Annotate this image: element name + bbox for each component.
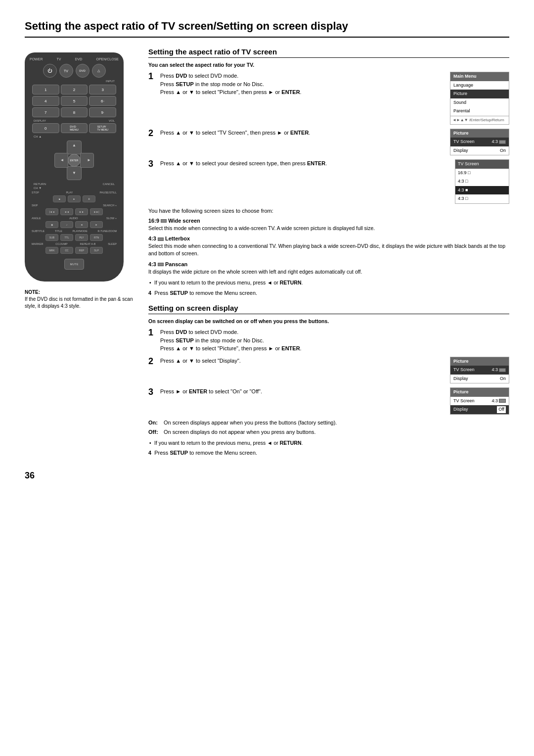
off-label: Off: bbox=[148, 428, 161, 436]
picture-menu3-title: Picture bbox=[450, 388, 509, 397]
section1-title: Setting the aspect ratio of TV screen bbox=[148, 47, 509, 58]
menu-item-picture: Picture bbox=[450, 90, 509, 98]
step1-osd-text: Press DVD to select DVD mode. Press SETU… bbox=[160, 328, 509, 353]
picture3-row-tvscreen: TV Screen 4:3 bbox=[450, 397, 509, 406]
btn-6[interactable]: 6 + bbox=[89, 96, 116, 106]
dvd-button[interactable]: DVD bbox=[76, 64, 89, 78]
input-label: INPUT bbox=[30, 80, 115, 83]
off-desc: On screen displays do not appear when yo… bbox=[164, 428, 316, 436]
note-title: NOTE: bbox=[25, 289, 134, 296]
dpad-right[interactable] bbox=[80, 153, 94, 168]
step3-osd-text: Press ► or ENTER to select "On" or "Off"… bbox=[160, 387, 445, 396]
step4-aspect: 4 Press SETUP to remove the Menu screen. bbox=[148, 290, 509, 296]
rtune-button[interactable]: RTN bbox=[90, 234, 103, 241]
search-fwd-button[interactable]: ►►| bbox=[90, 208, 103, 215]
picture-menu1-title: Picture bbox=[450, 129, 509, 138]
open-close-button[interactable]: △ bbox=[92, 64, 106, 78]
subtitle-label: SUBTITLE bbox=[32, 230, 44, 233]
play-button[interactable]: ► bbox=[68, 195, 81, 202]
on-off-section: On: On screen displays appear when you p… bbox=[148, 419, 509, 436]
slow-fwd-button[interactable]: ► bbox=[90, 221, 103, 228]
zero-setup-row: 0 DVDMENU SETUP/TV MENU bbox=[32, 123, 116, 133]
display-label: DISPLAY bbox=[34, 119, 46, 122]
ch-arrow-label: CH ▼ bbox=[34, 187, 42, 189]
mute-button[interactable]: MUTE bbox=[64, 259, 84, 270]
step3-osd: 3 Press ► or ENTER to select "On" or "Of… bbox=[148, 387, 509, 415]
sleep-label: SLEEP bbox=[108, 242, 117, 245]
ts-item-43-letterbox: 4:3 □ bbox=[455, 177, 509, 186]
option-panscan-desc: It displays the wide picture on the whol… bbox=[148, 268, 509, 276]
dpad-down[interactable] bbox=[67, 166, 82, 180]
option-letterbox-desc: Select this mode when connecting to a co… bbox=[148, 242, 509, 257]
picture-menu1-box: Picture TV Screen 4:3 Display On bbox=[450, 129, 509, 156]
subtitle-button[interactable]: SUB bbox=[45, 234, 58, 241]
picture-menu2-title: Picture bbox=[450, 357, 509, 366]
step3-aspect: 3 Press ▲ or ▼ to select your desired sc… bbox=[148, 159, 509, 204]
enter-button[interactable]: ENTER bbox=[68, 154, 81, 167]
btn-9[interactable]: 9 - bbox=[89, 107, 116, 117]
power-button[interactable]: ⏻ bbox=[43, 64, 57, 78]
stop-label: STOP bbox=[32, 191, 39, 194]
repeat-button[interactable]: REP bbox=[75, 247, 88, 254]
title-button[interactable]: TTL bbox=[60, 234, 73, 241]
ccjump-button[interactable]: CC bbox=[60, 247, 73, 254]
skip-fwd-button[interactable]: ◄◄ bbox=[60, 208, 73, 215]
pause-button[interactable]: ⏸ bbox=[83, 195, 95, 202]
picture-row-display: Display On bbox=[450, 146, 509, 155]
step-num-1b: 1 bbox=[148, 328, 156, 337]
option-widescreen-desc: Select this mode when connecting to a wi… bbox=[148, 225, 509, 232]
btn-8[interactable]: 8 bbox=[61, 107, 88, 117]
marker-button[interactable]: MRK bbox=[45, 247, 58, 254]
sleep-button[interactable]: SLP bbox=[90, 247, 103, 254]
step2-text: Press ▲ or ▼ to select "TV Screen", then… bbox=[160, 129, 445, 137]
btn-2[interactable]: 2 bbox=[61, 85, 88, 94]
picture2-row-tvscreen: TV Screen 4:3 bbox=[450, 366, 509, 375]
btn-1[interactable]: 1 bbox=[32, 85, 59, 94]
step4-osd: 4 Press SETUP to remove the Menu screen. bbox=[148, 450, 509, 456]
note-section: NOTE: If the DVD disc is not formatted i… bbox=[25, 289, 134, 310]
picture3-row-display: Display Off bbox=[450, 405, 509, 414]
main-menu-box: Main Menu Language Picture Sound Parenta… bbox=[450, 72, 509, 125]
option-letterbox-title: 4:3 Letterbox bbox=[148, 236, 509, 241]
remote-control: POWER TV DVD OPEN/CLOSE ⏻ TV DVD △ INPUT… bbox=[25, 52, 124, 282]
search-back-button[interactable]: ►► bbox=[75, 208, 88, 215]
step1-osd: 1 Press DVD to select DVD mode. Press SE… bbox=[148, 328, 509, 353]
dpad-up[interactable] bbox=[67, 141, 82, 154]
option-widescreen-title: 16:9 Wide screen bbox=[148, 218, 509, 224]
vol-label: VOL bbox=[109, 119, 115, 122]
tv-label: TV bbox=[57, 57, 61, 61]
step-num-3b: 3 bbox=[148, 387, 156, 396]
tv-button[interactable]: TV bbox=[59, 64, 73, 78]
skip-back-button[interactable]: |◄◄ bbox=[45, 208, 58, 215]
stop-button[interactable]: ■ bbox=[53, 195, 66, 202]
audio-button[interactable]: ♪ bbox=[60, 221, 73, 228]
menu-item-parental: Parental bbox=[450, 107, 509, 116]
btn-4[interactable]: 4 bbox=[32, 96, 59, 106]
dpad: ENTER bbox=[54, 141, 94, 180]
step-number-3a: 3 bbox=[148, 159, 156, 168]
on-label: On: bbox=[148, 419, 161, 427]
playmode-label: PLAYMODE bbox=[73, 230, 88, 233]
open-close-label: OPEN/CLOSE bbox=[96, 57, 119, 61]
ts-item-169: 16:9 □ bbox=[455, 169, 509, 178]
btn-dvd-menu[interactable]: DVDMENU bbox=[61, 123, 88, 133]
dpad-left[interactable] bbox=[54, 153, 68, 168]
ccjump-label: CC/JUMP bbox=[55, 242, 67, 245]
btn-0[interactable]: 0 bbox=[32, 123, 59, 133]
btn-setup-tv[interactable]: SETUP/TV MENU bbox=[89, 123, 116, 133]
btn-5[interactable]: 5 bbox=[61, 96, 88, 106]
angle-button[interactable]: ◉ bbox=[45, 221, 58, 228]
angle-label: ANGLE bbox=[32, 217, 41, 220]
playmode-button[interactable]: PLY bbox=[75, 234, 88, 241]
btn-3[interactable]: 3 bbox=[89, 85, 116, 94]
slow-back-button[interactable]: ◄ bbox=[75, 221, 88, 228]
skip-label: SKIP bbox=[32, 204, 38, 207]
picture-menu2-box: Picture TV Screen 4:3 Display On bbox=[450, 357, 509, 384]
tv-screen-menu-box: TV Screen 16:9 □ 4:3 □ 4:3 ■ 4:3 □ bbox=[455, 159, 509, 204]
rtune-label: R.TUNE/ZOOM bbox=[98, 230, 117, 233]
btn-7[interactable]: 7 bbox=[32, 107, 59, 117]
step1-aspect: 1 Press DVD to select DVD mode. Press SE… bbox=[148, 72, 509, 125]
slow-label: SLOW + bbox=[106, 217, 117, 220]
repeat-label: REPEAT A-B bbox=[80, 242, 96, 245]
ts-item-43-panscan: 4:3 □ bbox=[455, 194, 509, 203]
